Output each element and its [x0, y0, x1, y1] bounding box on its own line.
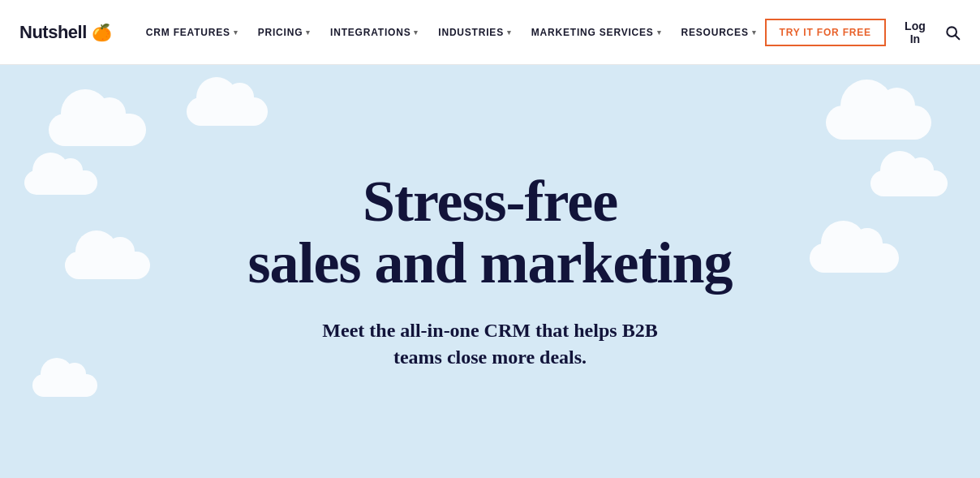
- cloud-decoration: [826, 106, 931, 140]
- brand-icon: 🍊: [92, 23, 112, 42]
- cloud-decoration: [24, 170, 97, 195]
- nav-industries[interactable]: INDUSTRIES ▾: [430, 20, 520, 45]
- hero-headline: Stress-free sales and marketing: [247, 171, 732, 294]
- cloud-decoration: [32, 374, 97, 397]
- brand-name: Nutshell: [19, 22, 87, 43]
- nav-pricing[interactable]: PRICING ▾: [250, 20, 319, 45]
- nav-links: CRM FEATURES ▾ PRICING ▾ INTEGRATIONS ▾ …: [138, 20, 765, 45]
- chevron-down-icon: ▾: [234, 28, 239, 37]
- cloud-decoration: [49, 114, 146, 146]
- hero-content: Stress-free sales and marketing Meet the…: [231, 171, 748, 371]
- hero-section: Stress-free sales and marketing Meet the…: [0, 65, 980, 478]
- nav-resources[interactable]: RESOURCES ▾: [673, 20, 764, 45]
- cloud-decoration: [810, 243, 899, 273]
- search-icon: [944, 24, 961, 41]
- nav-crm-features[interactable]: CRM FEATURES ▾: [138, 20, 247, 45]
- svg-line-1: [956, 35, 960, 39]
- nav-marketing-services[interactable]: MARKETING SERVICES ▾: [523, 20, 670, 45]
- logo[interactable]: Nutshell 🍊: [19, 22, 112, 43]
- cloud-decoration: [187, 97, 268, 126]
- chevron-down-icon: ▾: [657, 28, 662, 37]
- cloud-decoration: [870, 170, 948, 196]
- chevron-down-icon: ▾: [507, 28, 512, 37]
- nav-actions: TRY IT FOR FREE Log In: [765, 19, 961, 46]
- login-button[interactable]: Log In: [899, 19, 931, 45]
- nav-integrations[interactable]: INTEGRATIONS ▾: [322, 20, 427, 45]
- navbar: Nutshell 🍊 CRM FEATURES ▾ PRICING ▾ INTE…: [0, 0, 980, 65]
- chevron-down-icon: ▾: [306, 28, 311, 37]
- search-button[interactable]: [944, 24, 961, 41]
- chevron-down-icon: ▾: [414, 28, 419, 37]
- try-free-button[interactable]: TRY IT FOR FREE: [765, 19, 886, 46]
- hero-subheadline: Meet the all-in-one CRM that helps B2B t…: [247, 317, 732, 372]
- chevron-down-icon: ▾: [752, 28, 757, 37]
- cloud-decoration: [65, 252, 150, 279]
